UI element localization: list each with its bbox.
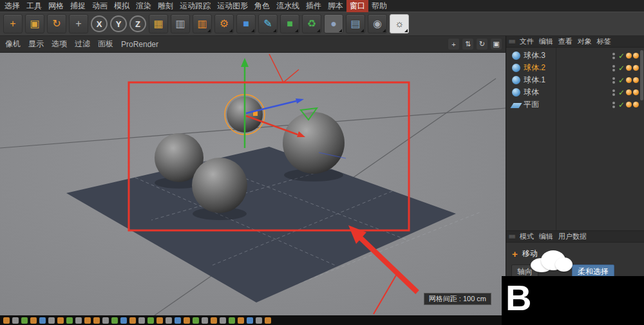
vp-menu-camera[interactable]: 像机 (1, 37, 24, 51)
visibility-dot[interactable] (612, 65, 615, 68)
object-row[interactable]: 球体.3 (506, 50, 644, 62)
visibility-dot[interactable] (612, 102, 615, 104)
spline-pen-button[interactable]: ✎ (258, 14, 278, 33)
menu-script[interactable]: 脚本 (325, 0, 346, 12)
enabled-checkmark-icon[interactable] (618, 77, 625, 84)
object-row[interactable]: 球体.1 (506, 74, 644, 86)
material-tag-icon[interactable] (633, 89, 639, 95)
menu-tools[interactable]: 工具 (23, 0, 45, 12)
viewport-canvas[interactable] (0, 53, 506, 315)
menu-window[interactable]: 窗口 (346, 0, 368, 12)
visibility-toggles[interactable] (612, 53, 615, 59)
coord-system-button[interactable]: ▦ (149, 14, 168, 33)
deformer-button[interactable]: ● (324, 14, 343, 33)
last-used-tool-button[interactable]: + (69, 14, 88, 33)
menu-render[interactable]: 渲染 (133, 0, 155, 12)
object-row[interactable]: 平面 (506, 98, 644, 111)
enabled-checkmark-icon[interactable] (618, 52, 625, 60)
vp-menu-filter[interactable]: 过滤 (71, 37, 94, 51)
material-tag-icon[interactable] (626, 77, 632, 83)
palette-icon[interactable] (147, 317, 154, 324)
menu-motion-tracker[interactable]: 运动跟踪 (176, 0, 214, 12)
palette-icon[interactable] (129, 317, 136, 324)
visibility-dot[interactable] (612, 81, 615, 84)
menu-simulate[interactable]: 模拟 (111, 0, 133, 12)
menu-snap[interactable]: 捕捉 (67, 0, 89, 12)
menu-mesh[interactable]: 网格 (45, 0, 67, 12)
environment-button[interactable]: ▤ (346, 14, 365, 33)
palette-icon[interactable] (256, 317, 262, 324)
palette-icon[interactable] (156, 317, 163, 324)
menu-help[interactable]: 帮助 (368, 0, 390, 12)
visibility-dot[interactable] (612, 93, 615, 96)
z-axis-lock-button[interactable]: Z (129, 15, 146, 32)
palette-icon[interactable] (265, 317, 271, 324)
sphere-object-front[interactable] (192, 158, 247, 213)
menu-pipeline[interactable]: 流水线 (273, 0, 303, 12)
object-row[interactable]: 球体.2 (506, 62, 644, 74)
material-tag-icon[interactable] (633, 77, 639, 83)
palette-icon[interactable] (220, 317, 226, 324)
palette-icon[interactable] (211, 317, 217, 324)
om-menu-edit[interactable]: 编辑 (536, 37, 556, 46)
palette-icon[interactable] (138, 317, 145, 324)
palette-icon[interactable] (229, 317, 235, 324)
palette-icon[interactable] (57, 317, 64, 324)
material-tag-icon[interactable] (633, 65, 639, 71)
menu-mograph[interactable]: 运动图形 (214, 0, 251, 12)
y-axis-lock-button[interactable]: Y (110, 15, 127, 32)
rotate-view-icon[interactable]: ↻ (477, 39, 488, 50)
om-menu-view[interactable]: 查看 (556, 37, 575, 46)
scale-tool-button[interactable]: ▣ (25, 14, 44, 33)
visibility-toggles[interactable] (612, 89, 615, 96)
palette-icon[interactable] (184, 317, 190, 324)
visibility-toggles[interactable] (612, 65, 615, 71)
vp-menu-panel[interactable]: 面板 (94, 37, 117, 51)
palette-icon[interactable] (247, 317, 253, 324)
mograph-object-button[interactable]: ♻ (302, 14, 321, 33)
render-settings-button[interactable]: ⚙ (214, 14, 234, 33)
palette-icon[interactable] (193, 317, 199, 324)
material-tag-icon[interactable] (626, 89, 632, 95)
palette-icon[interactable] (30, 317, 37, 324)
palette-icon[interactable] (3, 317, 10, 324)
menu-sculpt[interactable]: 雕刻 (155, 0, 176, 12)
palette-icon[interactable] (202, 317, 208, 324)
panel-grip-icon[interactable] (509, 38, 515, 45)
rotate-tool-button[interactable]: ↻ (47, 14, 66, 33)
visibility-dot[interactable] (612, 53, 615, 55)
pan-view-icon[interactable]: + (448, 39, 459, 50)
visibility-dot[interactable] (612, 77, 615, 80)
visibility-dot[interactable] (612, 57, 615, 59)
palette-icon[interactable] (102, 317, 109, 324)
palette-icon[interactable] (84, 317, 91, 324)
palette-icon[interactable] (21, 317, 28, 324)
add-primitive-button[interactable]: ■ (236, 14, 256, 33)
render-view-button[interactable]: ▥ (171, 14, 190, 33)
palette-icon[interactable] (66, 317, 73, 324)
attr-menu-mode[interactable]: 模式 (517, 232, 536, 241)
camera-button[interactable]: ◉ (368, 14, 387, 33)
menu-select[interactable]: 选择 (1, 0, 23, 12)
palette-icon[interactable] (12, 317, 19, 324)
palette-icon[interactable] (175, 317, 181, 324)
enabled-checkmark-icon[interactable] (618, 101, 625, 109)
visibility-toggles[interactable] (612, 77, 615, 84)
visibility-dot[interactable] (612, 69, 615, 71)
attr-menu-userdata[interactable]: 用户数据 (556, 232, 589, 241)
viewport-3d[interactable]: 网格间距 : 100 cm (0, 53, 506, 315)
om-menu-tags[interactable]: 标签 (594, 37, 614, 46)
vp-menu-display[interactable]: 显示 (24, 37, 48, 51)
vp-menu-options[interactable]: 选项 (48, 37, 71, 51)
enabled-checkmark-icon[interactable] (618, 89, 625, 97)
zoom-view-icon[interactable]: ⇅ (462, 39, 473, 50)
generator-button[interactable]: ■ (280, 14, 299, 33)
palette-icon[interactable] (111, 317, 118, 324)
om-menu-file[interactable]: 文件 (517, 37, 536, 46)
palette-icon[interactable] (48, 317, 55, 324)
material-tag-icon[interactable] (633, 102, 639, 107)
material-tag-icon[interactable] (626, 65, 632, 71)
menu-animate[interactable]: 动画 (89, 0, 111, 12)
visibility-toggles[interactable] (612, 102, 615, 108)
menu-plugins[interactable]: 插件 (303, 0, 325, 12)
